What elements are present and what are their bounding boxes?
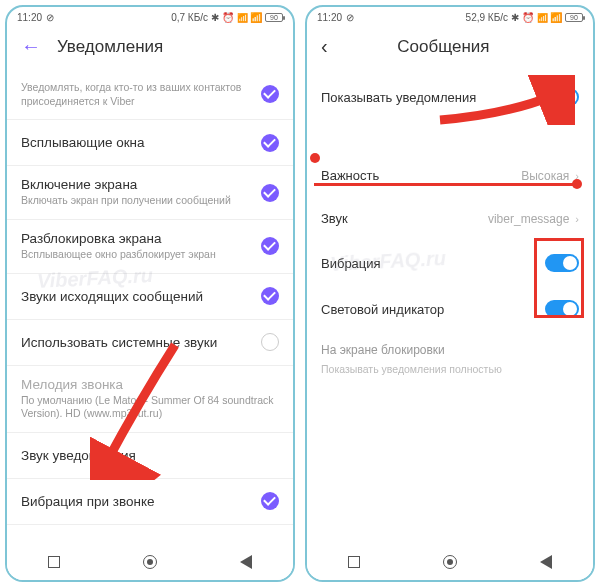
status-data: 0,7 КБ/с: [171, 12, 208, 23]
status-time: 11:20: [17, 12, 42, 23]
signal-icon: 📶: [237, 13, 247, 23]
row-popup[interactable]: Всплывающие окна: [7, 120, 293, 166]
phone-right: 11:20⊘ 52,9 КБ/с✱⏰📶📶90 ‹ Сообщения Показ…: [305, 5, 595, 582]
status-time: 11:20: [317, 12, 342, 23]
wifi-icon: 📶: [250, 12, 262, 23]
header: ← Уведомления: [7, 25, 293, 68]
row-contact-joined[interactable]: Уведомлять, когда кто-то из ваших контак…: [7, 68, 293, 120]
bluetooth-icon: ✱: [211, 12, 219, 23]
checkbox-icon[interactable]: [261, 333, 279, 351]
checkbox-icon[interactable]: [261, 492, 279, 510]
toggle-icon[interactable]: [545, 88, 579, 106]
navbar: [7, 544, 293, 580]
row-vibrate-call[interactable]: Вибрация при звонке: [7, 479, 293, 525]
chevron-right-icon: ›: [575, 170, 579, 182]
row-value: viber_message: [488, 212, 569, 226]
row-outgoing-sounds[interactable]: Звуки исходящих сообщений: [7, 274, 293, 320]
chevron-right-icon: ›: [575, 213, 579, 225]
row-label: Всплывающие окна: [21, 135, 251, 150]
toggle-icon[interactable]: [545, 300, 579, 318]
row-label: Звук: [321, 211, 348, 226]
row-sub: Показывать уведомления полностью: [321, 362, 579, 377]
settings-list: Показывать уведомления Важность Высокая›…: [307, 68, 593, 386]
bluetooth-icon: ✱: [511, 12, 519, 23]
row-label: Звуки исходящих сообщений: [21, 289, 251, 304]
battery-icon: 90: [565, 13, 583, 22]
navbar: [307, 544, 593, 580]
alarm-icon: ⏰: [222, 12, 234, 23]
row-label: Включение экрана: [21, 177, 251, 192]
status-icon: ⊘: [46, 12, 54, 23]
row-label: Вибрация при звонке: [21, 494, 251, 509]
row-label: Мелодия звонка: [21, 377, 279, 392]
row-label: На экране блокировки: [321, 342, 579, 359]
checkbox-icon[interactable]: [261, 237, 279, 255]
row-label: Разблокировка экрана: [21, 231, 251, 246]
settings-list: Уведомлять, когда кто-то из ваших контак…: [7, 68, 293, 525]
checkbox-icon[interactable]: [261, 287, 279, 305]
nav-back-icon[interactable]: [540, 555, 552, 569]
nav-recent-icon[interactable]: [48, 556, 60, 568]
row-sub: Всплывающее окно разблокирует экран: [21, 248, 251, 262]
nav-home-icon[interactable]: [443, 555, 457, 569]
back-icon[interactable]: ‹: [321, 35, 328, 58]
row-sound[interactable]: Звук viber_message›: [307, 197, 593, 240]
checkbox-icon[interactable]: [261, 184, 279, 202]
row-label: Показывать уведомления: [321, 90, 476, 105]
row-screen-on[interactable]: Включение экранаВключать экран при получ…: [7, 166, 293, 220]
row-sub: Уведомлять, когда кто-то из ваших контак…: [21, 81, 251, 108]
row-unlock[interactable]: Разблокировка экранаВсплывающее окно раз…: [7, 220, 293, 274]
row-label: Важность: [321, 168, 379, 183]
page-title: Сообщения: [397, 37, 489, 57]
phone-left: 11:20⊘ 0,7 КБ/с✱⏰📶📶90 ← Уведомления Увед…: [5, 5, 295, 582]
statusbar: 11:20⊘ 52,9 КБ/с✱⏰📶📶90: [307, 7, 593, 25]
status-data: 52,9 КБ/с: [466, 12, 508, 23]
battery-icon: 90: [265, 13, 283, 22]
nav-recent-icon[interactable]: [348, 556, 360, 568]
checkbox-icon[interactable]: [261, 85, 279, 103]
header: ‹ Сообщения: [307, 25, 593, 68]
row-ringtone: Мелодия звонкаПо умолчанию (Le Matos - S…: [7, 366, 293, 433]
page-title: Уведомления: [57, 37, 163, 57]
nav-home-icon[interactable]: [143, 555, 157, 569]
alarm-icon: ⏰: [522, 12, 534, 23]
row-sub: Включать экран при получении сообщений: [21, 194, 251, 208]
row-lock-screen[interactable]: На экране блокировки Показывать уведомле…: [307, 332, 593, 386]
toggle-icon[interactable]: [545, 254, 579, 272]
row-sub: По умолчанию (Le Matos - Summer Of 84 so…: [21, 394, 279, 421]
nav-back-icon[interactable]: [240, 555, 252, 569]
row-vibration[interactable]: Вибрация: [307, 240, 593, 286]
row-show-notifications[interactable]: Показывать уведомления: [307, 68, 593, 126]
row-use-system[interactable]: Использовать системные звуки: [7, 320, 293, 366]
row-label: Использовать системные звуки: [21, 335, 251, 350]
row-label: Звук уведомления: [21, 448, 279, 463]
row-value: Высокая: [521, 169, 569, 183]
statusbar: 11:20⊘ 0,7 КБ/с✱⏰📶📶90: [7, 7, 293, 25]
row-light-indicator[interactable]: Световой индикатор: [307, 286, 593, 332]
signal-icon: 📶: [537, 13, 547, 23]
wifi-icon: 📶: [550, 12, 562, 23]
row-notification-sound[interactable]: Звук уведомления: [7, 433, 293, 479]
checkbox-icon[interactable]: [261, 134, 279, 152]
row-label: Световой индикатор: [321, 302, 444, 317]
status-icon: ⊘: [346, 12, 354, 23]
row-importance[interactable]: Важность Высокая›: [307, 154, 593, 197]
row-label: Вибрация: [321, 256, 381, 271]
back-icon[interactable]: ←: [21, 35, 41, 58]
